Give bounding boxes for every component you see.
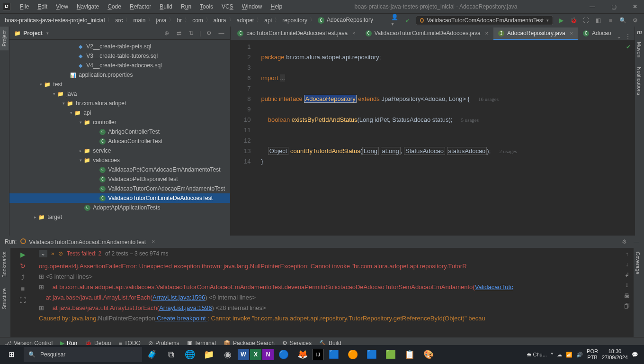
crumb-root[interactable]: boas-praticas-java-testes-projeto_inicia…	[5, 17, 105, 24]
user-icon[interactable]: 👤▾	[391, 16, 400, 25]
tool-bookmarks[interactable]: Bookmarks	[0, 248, 9, 282]
tree-row[interactable]: ValidacaoPetDisponivelTest	[9, 174, 230, 184]
run-config-selector[interactable]: ValidacaoTutorComAdocaoEmAndamentoTest	[416, 16, 553, 25]
tray-cloud[interactable]: ☁	[557, 352, 562, 358]
project-tree[interactable]: V2__create-table-pets.sqlV3__create-tabl…	[9, 40, 230, 236]
tab-4[interactable]: Adocao	[578, 27, 616, 40]
menu-file[interactable]: File	[16, 2, 33, 11]
close-icon[interactable]: ×	[152, 238, 155, 245]
maven-m-icon[interactable]: m	[635, 27, 644, 38]
menu-build[interactable]: Build	[156, 2, 176, 11]
crumb-class[interactable]: AdocaoRepository	[318, 17, 373, 24]
hide-icon[interactable]: —	[634, 238, 639, 245]
hide-icon[interactable]: —	[217, 29, 225, 37]
tree-row[interactable]: V3__create-table-tutores.sql	[9, 51, 230, 61]
tool-coverage[interactable]: Coverage	[634, 248, 642, 278]
tree-row[interactable]: ValidacaoTutorComAdocaoEmAndamentoTest	[9, 184, 230, 193]
rerun-failed-icon[interactable]: ↻	[20, 262, 26, 270]
console-output[interactable]: org.opentest4j.AssertionFailedError: Une…	[35, 259, 620, 337]
task-app2[interactable]: 🟦	[325, 345, 343, 364]
close-button[interactable]: ✕	[629, 2, 641, 11]
menu-tools[interactable]: Tools	[196, 2, 217, 11]
task-intellij[interactable]: IJ	[313, 349, 324, 360]
tree-row[interactable]: ValidacaoTutorComLimiteDeAdocoesTest	[9, 193, 230, 203]
tool-project[interactable]: Project	[0, 27, 9, 50]
tab-2[interactable]: ValidacaoTutorComLimiteDeAdocoes.java×	[361, 27, 493, 40]
tree-row[interactable]: ▾controller	[9, 118, 230, 127]
task-explorer[interactable]: 📁	[200, 345, 218, 364]
down-icon[interactable]: ↓	[626, 261, 628, 268]
clear-icon[interactable]: 🗍	[624, 303, 630, 309]
rerun-icon[interactable]: ▶	[20, 251, 26, 258]
options-icon[interactable]: ⚙	[205, 29, 213, 37]
coverage-button[interactable]: ⛶	[581, 16, 590, 25]
tool-notifications[interactable]: Notifications	[635, 63, 644, 99]
locate-icon[interactable]: ⊕	[162, 29, 171, 37]
tree-row[interactable]: ▾test	[9, 80, 230, 89]
stop-icon[interactable]: ■	[21, 285, 25, 292]
run-button[interactable]: ▶	[557, 16, 565, 25]
gear-icon[interactable]: ⚙	[622, 238, 627, 245]
minimize-button[interactable]: ―	[586, 2, 599, 11]
tree-row[interactable]: ▾br.com.alura.adopet	[9, 99, 230, 108]
tree-row[interactable]: ▸target	[9, 212, 230, 222]
print-icon[interactable]: 🖶	[624, 292, 630, 299]
scroll-icon[interactable]: ⤓	[625, 282, 629, 289]
tree-row[interactable]: V4__create-table-adocoes.sql	[9, 61, 230, 70]
task-firefox[interactable]: 🦊	[294, 345, 312, 364]
wrap-icon[interactable]: ↲	[625, 272, 629, 278]
tray-notifications[interactable]: 💬	[632, 352, 638, 358]
task-view[interactable]: ⧉	[162, 345, 180, 364]
menu-refactor[interactable]: Refactor	[126, 2, 155, 11]
menu-navigate[interactable]: Navigate	[73, 2, 103, 11]
start-button[interactable]: ⊞	[2, 345, 21, 364]
project-title[interactable]: Project	[14, 30, 43, 36]
tree-row[interactable]: ▾java	[9, 89, 230, 99]
task-postman[interactable]: 🟠	[344, 345, 362, 364]
tree-row[interactable]: AdopetApiApplicationTests	[9, 203, 230, 212]
toggle-icon[interactable]: ⤴	[21, 273, 25, 281]
profile-button[interactable]: ◧	[594, 16, 602, 25]
tree-row[interactable]: ▸service	[9, 146, 230, 155]
menu-vcs[interactable]: VCS	[218, 2, 237, 11]
debug-button[interactable]: 🐞	[569, 16, 578, 25]
tray-chevron[interactable]: ^	[551, 352, 553, 357]
tree-row[interactable]: AdocaoControllerTest	[9, 136, 230, 146]
task-chrome[interactable]: ◉	[219, 345, 237, 364]
stop-button[interactable]: ■	[606, 16, 615, 25]
weather-icon[interactable]: 🌧 Chu...	[527, 352, 547, 357]
tree-row[interactable]: ▾api	[9, 108, 230, 118]
task-edge[interactable]: 🌐	[181, 345, 199, 364]
up-icon[interactable]: ↑	[626, 251, 628, 257]
menu-help[interactable]: Help	[267, 2, 286, 11]
chevron-down-icon[interactable]: ⌄	[39, 250, 47, 257]
tree-row[interactable]: V2__create-table-pets.sql	[9, 42, 230, 51]
tray-wifi[interactable]: 📶	[566, 352, 572, 358]
breadcrumbs[interactable]: boas-praticas-java-testes-projeto_inicia…	[5, 16, 373, 24]
close-icon[interactable]: ×	[352, 30, 355, 36]
update-icon[interactable]: ↙	[403, 16, 412, 25]
task-luggage[interactable]: 🧳	[143, 345, 161, 364]
layout-icon[interactable]: ⛶	[19, 296, 26, 304]
menu-edit[interactable]: Edit	[34, 2, 51, 11]
tree-row[interactable]: ValidacaoPetComAdocaoEmAndamentoTest	[9, 165, 230, 174]
tab-3[interactable]: AdocaoRepository.java×	[493, 27, 578, 40]
task-app6[interactable]: 🎨	[420, 345, 438, 364]
close-icon[interactable]: ×	[570, 30, 573, 36]
tray-clock[interactable]: 18:3027/09/2024	[602, 348, 628, 361]
task-onenote[interactable]: N	[262, 349, 274, 360]
task-app4[interactable]: 🟩	[382, 345, 400, 364]
menu-run[interactable]: Run	[177, 2, 195, 11]
code-source[interactable]: ✔package br.com.alura.adopet.api.reposit…	[257, 40, 634, 236]
tab-1[interactable]: caoTutorComLimiteDeAdocoesTest.java×	[233, 27, 360, 40]
menu-window[interactable]: Window	[238, 2, 266, 11]
task-excel[interactable]: X	[250, 349, 261, 360]
tree-row[interactable]: application.properties	[9, 70, 230, 80]
settings-icon[interactable]: ⚙	[631, 16, 639, 25]
tool-maven[interactable]: Maven	[635, 38, 644, 61]
task-app1[interactable]: 🔵	[275, 345, 293, 364]
maximize-button[interactable]: ▢	[608, 2, 620, 11]
run-config-name[interactable]: ValidacaoTutorComAdocaoEmAndamentoTest	[20, 238, 146, 246]
task-app5[interactable]: 📋	[401, 345, 419, 364]
task-app3[interactable]: 🟦	[363, 345, 381, 364]
